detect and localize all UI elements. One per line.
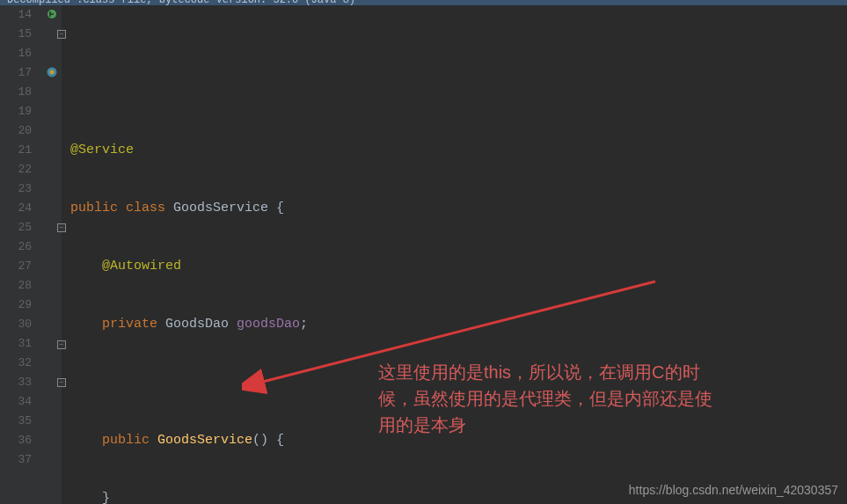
svg-point-2 bbox=[50, 70, 55, 75]
autowired-icon[interactable] bbox=[46, 66, 58, 78]
line-number: 35 bbox=[0, 412, 32, 431]
field: goodsDao bbox=[237, 317, 300, 332]
annotation: @Autowired bbox=[102, 259, 181, 274]
method-name: GoodsService bbox=[157, 433, 252, 448]
annotation-line: 用的是本身 bbox=[378, 412, 818, 438]
line-number: 26 bbox=[0, 237, 32, 257]
line-number: 30 bbox=[0, 315, 32, 334]
keyword: public bbox=[102, 433, 150, 448]
annotation: @Service bbox=[70, 142, 134, 157]
fold-marker[interactable]: − bbox=[57, 30, 66, 39]
type: GoodsDao bbox=[165, 317, 229, 332]
line-number: 27 bbox=[0, 257, 32, 276]
watermark: https://blog.csdn.net/weixin_42030357 bbox=[629, 483, 838, 497]
line-number: 16 bbox=[0, 44, 32, 63]
line-number: 19 bbox=[0, 102, 32, 121]
annotation-line: 这里使用的是this，所以说，在调用C的时 bbox=[378, 359, 818, 385]
line-number: 36 bbox=[0, 431, 32, 450]
fold-marker[interactable]: − bbox=[57, 340, 66, 349]
line-number: 29 bbox=[0, 296, 32, 315]
fold-marker[interactable]: − bbox=[57, 378, 66, 387]
gutter-icon-column bbox=[44, 5, 62, 504]
line-number: 17 bbox=[0, 63, 32, 83]
line-number: 28 bbox=[0, 276, 32, 296]
fold-marker[interactable]: − bbox=[57, 223, 66, 232]
line-number: 23 bbox=[0, 179, 32, 199]
line-number: 32 bbox=[0, 354, 32, 373]
line-number: 18 bbox=[0, 83, 32, 102]
line-number-gutter: 14 15 16 17 18 19 20 21 22 23 24 25 26 2… bbox=[0, 5, 44, 504]
annotation-line: 候，虽然使用的是代理类，但是内部还是使 bbox=[378, 385, 818, 412]
keyword: class bbox=[126, 201, 165, 215]
line-number: 20 bbox=[0, 121, 32, 141]
keyword: public bbox=[70, 201, 118, 215]
line-number: 33 bbox=[0, 373, 32, 392]
line-number: 37 bbox=[0, 450, 32, 470]
line-number: 14 bbox=[0, 5, 32, 25]
line-number: 15 bbox=[0, 25, 32, 44]
line-number: 25 bbox=[0, 218, 32, 237]
line-number: 34 bbox=[0, 392, 32, 412]
line-number: 21 bbox=[0, 141, 32, 160]
line-number: 22 bbox=[0, 160, 32, 179]
line-number: 31 bbox=[0, 334, 32, 354]
keyword: private bbox=[102, 317, 157, 332]
class-name: GoodsService bbox=[173, 201, 268, 215]
bean-icon[interactable] bbox=[46, 8, 58, 20]
line-number: 24 bbox=[0, 199, 32, 218]
annotation-text: 这里使用的是this，所以说，在调用C的时 候，虽然使用的是代理类，但是内部还是… bbox=[378, 359, 818, 438]
